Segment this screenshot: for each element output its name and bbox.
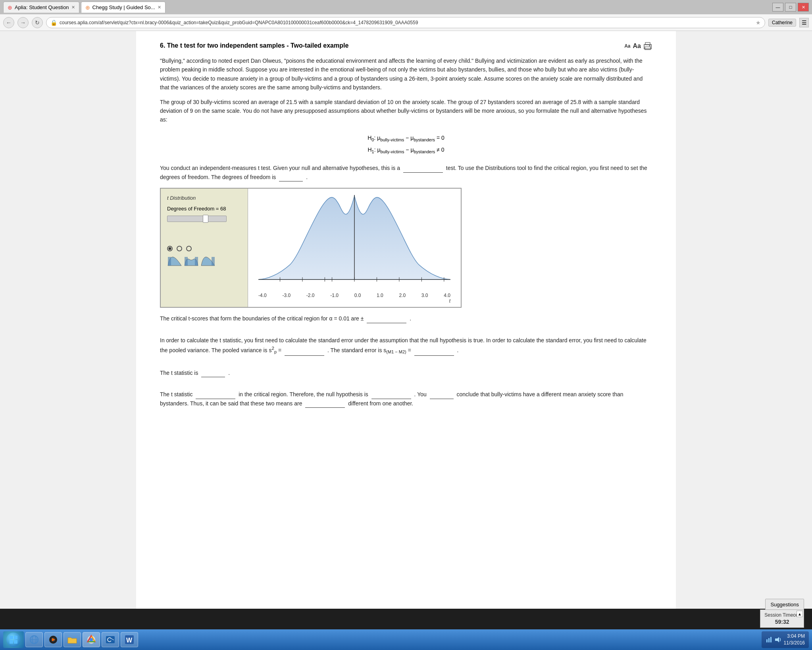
windows-logo-icon (9, 635, 18, 644)
taskbar-word[interactable]: W (121, 632, 138, 647)
question-number: 6. (160, 42, 165, 49)
dist-title: t Distribution (167, 195, 241, 201)
dist-dof-label: Degrees of Freedom = 68 (167, 206, 241, 212)
tab-chegg-label: Chegg Study | Guided So... (92, 4, 155, 10)
blank-means-conclusion (305, 407, 345, 408)
taskbar-folder[interactable] (63, 632, 81, 647)
hypothesis-h1: H1: μbully-victims − μbystanders ≠ 0 (160, 144, 652, 156)
tab-aplia[interactable]: ⊕ Aplia: Student Question ✕ (3, 2, 79, 13)
blank-dof (279, 181, 303, 181)
paragraph-6: The t statistic is . (160, 368, 652, 377)
window-controls: — □ ✕ (772, 3, 809, 12)
paragraph-2: The group of 30 bully-victims scored an … (160, 98, 652, 124)
tab-chegg[interactable]: ⊕ Chegg Study | Guided So... ✕ (81, 2, 165, 13)
t-axis-label: t (254, 298, 450, 304)
font-small-button[interactable]: Aa (624, 43, 630, 49)
dist-icons (167, 255, 241, 266)
svg-point-31 (90, 638, 93, 641)
blank-conclude (430, 399, 454, 399)
axis-label-0: 0.0 (354, 293, 361, 298)
paragraph-4: The critical t-scores that form the boun… (160, 314, 652, 323)
session-timeout-label: Session Timeout (764, 612, 800, 618)
radio-two-tail[interactable] (177, 246, 182, 251)
distribution-tool: t Distribution Degrees of Freedom = 68 (160, 188, 462, 308)
dist-controls-panel: t Distribution Degrees of Freedom = 68 (161, 189, 248, 307)
svg-rect-7 (212, 257, 215, 266)
two-tail-icon[interactable] (184, 255, 199, 266)
network-tray-icon (766, 636, 773, 643)
radio-one-tail-left[interactable] (167, 246, 173, 251)
browser-chrome: ⊕ Aplia: Student Question ✕ ⊕ Chegg Stud… (0, 0, 812, 31)
main-content: 6. The t test for two independent sample… (136, 31, 676, 609)
dist-radio-group (167, 246, 241, 251)
hypothesis-block: H0: μbully-victims − μbystanders = 0 H1:… (160, 132, 652, 156)
taskbar-outlook[interactable] (102, 632, 119, 647)
blank-std-error (414, 355, 454, 356)
taskbar-chrome[interactable] (83, 632, 100, 647)
svg-rect-21 (10, 640, 13, 644)
svg-rect-2 (645, 47, 650, 50)
clock-display: 3:04 PM 11/3/2016 (784, 633, 805, 646)
axis-label-neg3: -3.0 (282, 293, 291, 298)
nav-bar: ← → ↻ 🔒 courses.aplia.com/af/servlet/qui… (0, 14, 812, 31)
volume-tray-icon (774, 636, 781, 643)
start-button[interactable] (3, 631, 24, 648)
slider-thumb[interactable] (203, 215, 208, 223)
svg-rect-6 (195, 257, 198, 266)
svg-point-3 (649, 45, 650, 46)
blank-pooled-variance (285, 355, 324, 356)
title-bar: ⊕ Aplia: Student Question ✕ ⊕ Chegg Stud… (0, 0, 812, 14)
close-button[interactable]: ✕ (798, 3, 809, 12)
tab-aplia-label: Aplia: Student Question (15, 4, 69, 10)
hypothesis-h0: H0: μbully-victims − μbystanders = 0 (160, 132, 652, 144)
back-button[interactable]: ← (3, 17, 14, 28)
print-icon[interactable] (643, 42, 652, 50)
axis-label-3: 3.0 (421, 293, 428, 298)
session-timeout-widget: ▲ Session Timeout 59:32 (760, 609, 804, 628)
axis-label-4: 4.0 (444, 293, 450, 298)
suggestions-button[interactable]: Suggestions (765, 599, 804, 610)
svg-rect-22 (14, 640, 17, 644)
blank-t-statistic (201, 377, 225, 377)
maximize-button[interactable]: □ (785, 3, 796, 12)
minimize-button[interactable]: — (772, 3, 783, 12)
blank-critical-region (196, 399, 235, 399)
radio-circle-1[interactable] (167, 246, 173, 251)
folder-icon (67, 635, 77, 645)
clock-date: 11/3/2016 (784, 640, 805, 646)
address-text: courses.aplia.com/af/servlet/quiz?ctx=nl… (60, 20, 753, 25)
forward-button[interactable]: → (17, 17, 29, 28)
left-tail-icon[interactable] (167, 255, 182, 266)
clock-time: 3:04 PM (784, 633, 805, 640)
svg-rect-40 (770, 637, 772, 642)
system-tray: 3:04 PM 11/3/2016 (762, 631, 809, 648)
radio-one-tail-right[interactable] (186, 246, 192, 251)
question-header: 6. The t test for two independent sample… (160, 42, 652, 50)
font-large-button[interactable]: Aa (633, 42, 641, 50)
radio-circle-3[interactable] (186, 246, 192, 251)
settings-icon[interactable]: ☰ (799, 18, 809, 27)
paragraph-3: You conduct an independent-measures t te… (160, 164, 652, 181)
address-bar[interactable]: 🔒 courses.aplia.com/af/servlet/quiz?ctx=… (46, 17, 765, 28)
svg-rect-19 (10, 636, 13, 639)
taskbar-ie[interactable] (25, 632, 43, 647)
distribution-curve (254, 195, 454, 290)
radio-circle-2[interactable] (177, 246, 182, 251)
blank-null-result (371, 399, 411, 399)
refresh-button[interactable]: ↻ (32, 17, 43, 28)
outlook-icon (105, 635, 115, 645)
tray-icons (766, 636, 781, 643)
svg-rect-39 (768, 638, 770, 642)
svg-rect-4 (168, 257, 171, 266)
chrome-icon (86, 635, 96, 645)
word-icon: W (124, 635, 135, 645)
svg-rect-20 (14, 636, 17, 639)
tab-chegg-close[interactable]: ✕ (158, 5, 161, 10)
tab-aplia-close[interactable]: ✕ (71, 5, 75, 10)
dist-slider[interactable] (167, 216, 227, 222)
taskbar-media[interactable] (44, 632, 62, 647)
paragraph-5: In order to calculate the t statistic, y… (160, 336, 652, 356)
axis-label-neg2: -2.0 (306, 293, 315, 298)
right-tail-icon[interactable] (200, 255, 216, 266)
session-expand-button[interactable]: ▲ (797, 611, 803, 617)
